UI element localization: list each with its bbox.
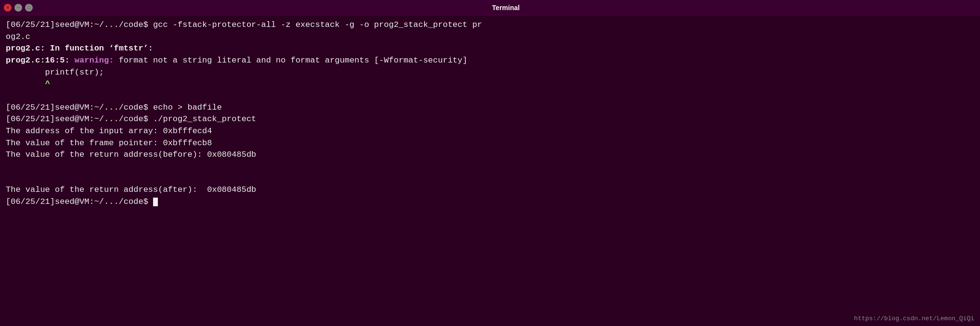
- minimize-icon: −: [17, 5, 20, 10]
- terminal-line: The value of the return address(before):…: [6, 149, 974, 161]
- cursor: [153, 198, 158, 206]
- watermark: https://blog.csdn.net/Lemon_QiQi: [854, 315, 974, 322]
- window-title: Terminal: [36, 4, 976, 12]
- empty-line: [6, 90, 974, 102]
- terminal-line: og2.c: [6, 31, 974, 43]
- terminal-line-warning: prog2.c:16:5: warning: format not a stri…: [6, 55, 974, 67]
- terminal-line-prompt: [06/25/21]seed@VM:~/.../code$: [6, 196, 974, 208]
- terminal-line: The value of the return address(after): …: [6, 184, 974, 196]
- terminal-window: ✕ − □ Terminal [06/25/21]seed@VM:~/.../c…: [0, 0, 980, 326]
- empty-line: [6, 161, 974, 173]
- empty-line: [6, 173, 974, 184]
- terminal-body[interactable]: [06/25/21]seed@VM:~/.../code$ gcc -fstac…: [0, 15, 980, 326]
- bold-filename: prog2.c: In function ‘fmtstr’:: [6, 44, 153, 53]
- terminal-line: [06/25/21]seed@VM:~/.../code$ echo > bad…: [6, 102, 974, 114]
- maximize-icon: □: [27, 5, 30, 10]
- minimize-button[interactable]: −: [14, 4, 22, 12]
- close-icon: ✕: [6, 5, 10, 10]
- close-button[interactable]: ✕: [4, 4, 12, 12]
- terminal-line: [06/25/21]seed@VM:~/.../code$ gcc -fstac…: [6, 19, 974, 31]
- terminal-line: [06/25/21]seed@VM:~/.../code$ ./prog2_st…: [6, 113, 974, 125]
- terminal-line-caret: ^: [6, 78, 974, 90]
- titlebar: ✕ − □ Terminal: [0, 0, 980, 15]
- maximize-button[interactable]: □: [25, 4, 33, 12]
- terminal-line: The value of the frame pointer: 0xbfffec…: [6, 138, 974, 150]
- terminal-line: The address of the input array: 0xbfffec…: [6, 125, 974, 138]
- terminal-line: printf(str);: [6, 67, 974, 79]
- terminal-line: prog2.c: In function ‘fmtstr’:: [6, 43, 974, 55]
